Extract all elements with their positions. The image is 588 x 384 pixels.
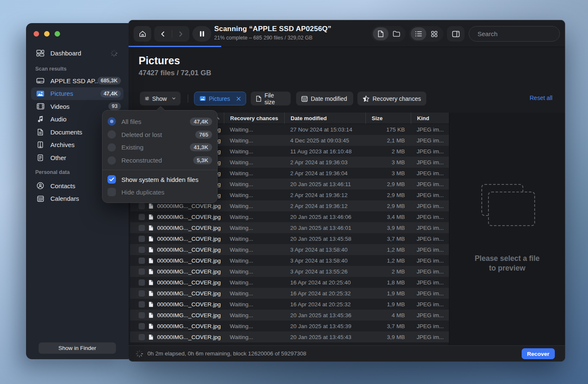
- recovery-chances-filter-button[interactable]: Recovery chances: [357, 92, 426, 105]
- file-icon: [148, 203, 154, 209]
- date-modified-column-header[interactable]: Date modified: [284, 113, 365, 124]
- reset-all-link[interactable]: Reset all: [530, 95, 552, 101]
- recovery-status: Waiting...: [224, 312, 284, 318]
- pictures-filter-chip[interactable]: Pictures: [194, 92, 246, 105]
- show-in-finder-button[interactable]: Show in Finder: [39, 342, 116, 354]
- file-name: 00000IMG..._COVER.jpg: [157, 225, 221, 231]
- file-kind-value: JPEG im...: [411, 236, 449, 242]
- sidebar-item-apple-ssd[interactable]: APPLE SSD AP... 685,3K: [31, 74, 123, 87]
- radio-icon[interactable]: [108, 130, 116, 139]
- list-view-icon: [415, 31, 422, 37]
- row-checkbox[interactable]: [139, 236, 145, 242]
- row-checkbox[interactable]: [139, 323, 145, 329]
- row-checkbox[interactable]: [139, 225, 145, 231]
- file-name: 00000IMG..._COVER.jpg: [157, 268, 221, 275]
- row-checkbox[interactable]: [139, 247, 145, 253]
- file-size-filter-button[interactable]: File size: [251, 92, 291, 105]
- popover-toggle-hide-duplicates[interactable]: Hide duplicates: [102, 186, 217, 198]
- file-size-value: 3 MB: [365, 170, 411, 176]
- row-checkbox[interactable]: [139, 334, 145, 340]
- date-modified-value: 4 Dec 2025 at 09:03:45: [284, 137, 365, 144]
- preview-panel-toggle-button[interactable]: [447, 26, 465, 42]
- file-icon: [148, 301, 154, 308]
- popover-option-all-files[interactable]: All files 47,4K: [102, 115, 217, 128]
- sidebar-item-dashboard[interactable]: Dashboard: [31, 47, 123, 59]
- scan-results-section-header: Scan results: [35, 66, 66, 72]
- date-modified-filter-label: Date modified: [311, 95, 347, 102]
- table-row[interactable]: 00000IMG..._COVER.jpg Waiting... 16 Apr …: [130, 288, 449, 299]
- table-row[interactable]: 00000IMG..._COVER.jpg Waiting... 3 Apr 2…: [130, 255, 449, 266]
- search-field[interactable]: [469, 26, 560, 42]
- table-row[interactable]: 00000IMG..._COVER.jpg Waiting... 20 Jan …: [130, 321, 449, 331]
- row-checkbox[interactable]: [139, 312, 145, 318]
- checkbox-checked-icon[interactable]: [108, 175, 116, 184]
- row-checkbox[interactable]: [139, 279, 145, 286]
- home-button[interactable]: [134, 26, 151, 42]
- table-row[interactable]: 00000IMG..._COVER.jpg Waiting... 20 Jan …: [130, 211, 449, 222]
- checkbox-icon[interactable]: [108, 188, 116, 196]
- spinner-icon: [136, 350, 143, 358]
- film-icon: [36, 103, 45, 110]
- recovery-chances-column-header[interactable]: Recovery chances: [224, 113, 284, 124]
- check-icon: [109, 177, 114, 181]
- date-modified-value: 16 Apr 2024 at 20:25:40: [284, 279, 365, 286]
- pause-button[interactable]: [192, 26, 211, 42]
- filter-bar: Show Pictures File size Date modified Re…: [129, 92, 565, 105]
- show-filter-button[interactable]: Show: [140, 92, 181, 105]
- recover-button[interactable]: Recover: [522, 348, 555, 359]
- file-size-value: 1,2 MB: [365, 258, 411, 264]
- back-button[interactable]: [154, 26, 172, 42]
- kind-column-header[interactable]: Kind: [411, 113, 449, 124]
- search-input[interactable]: [478, 30, 561, 37]
- popover-toggle-show-system-hidden[interactable]: Show system & hidden files: [102, 173, 217, 186]
- row-checkbox[interactable]: [139, 290, 145, 297]
- file-view-button[interactable]: [373, 27, 388, 40]
- row-checkbox[interactable]: [139, 258, 145, 264]
- row-checkbox[interactable]: [139, 301, 145, 308]
- file-kind-value: JPEG im...: [411, 181, 449, 187]
- file-name: 00000IMG..._COVER.jpg: [157, 323, 221, 329]
- table-row[interactable]: 00000IMG..._COVER.jpg Waiting... 20 Jan …: [130, 331, 449, 342]
- radio-icon[interactable]: [108, 156, 116, 165]
- preview-placeholder-icon: [481, 184, 536, 230]
- table-row[interactable]: 00000IMG..._COVER.jpg Waiting... 3 Apr 2…: [130, 266, 449, 277]
- popover-toggle-label: Show system & hidden files: [121, 176, 198, 183]
- row-checkbox[interactable]: [139, 214, 145, 220]
- zoom-window-button[interactable]: [55, 31, 60, 37]
- file-kind-value: JPEG im...: [411, 334, 449, 340]
- radio-selected-icon[interactable]: [108, 117, 116, 126]
- grid-view-button[interactable]: [426, 27, 442, 40]
- file-name: 00000IMG..._COVER.jpg: [157, 236, 221, 242]
- table-row[interactable]: 00000IMG..._COVER.jpg Waiting... 16 Apr …: [130, 299, 449, 310]
- table-row[interactable]: 00000IMG..._COVER.jpg Waiting... 16 Apr …: [130, 277, 449, 288]
- date-modified-value: 3 Apr 2024 at 13:58:40: [284, 258, 365, 264]
- sidebar-item-pictures[interactable]: Pictures 47,4K: [31, 87, 123, 100]
- sidebar-item-label: Videos: [50, 103, 70, 110]
- file-kind-value: JPEG im...: [411, 192, 449, 198]
- folder-view-icon: [393, 31, 400, 37]
- row-checkbox[interactable]: [139, 203, 145, 209]
- size-column-header[interactable]: Size: [365, 113, 411, 124]
- file-kind-value: JPEG im...: [411, 137, 449, 144]
- popover-option-existing[interactable]: Existing 41,3K: [102, 141, 217, 154]
- music-note-icon: [36, 116, 45, 123]
- folder-view-button[interactable]: [388, 27, 404, 40]
- file-size-value: 2,1 MB: [365, 137, 411, 144]
- status-bar: 0h 2m elapsed, 0h 6m remaining, block 12…: [129, 345, 565, 361]
- list-view-button[interactable]: [411, 27, 426, 40]
- table-row[interactable]: 00000IMG..._COVER.jpg Waiting... 20 Jan …: [130, 233, 449, 244]
- row-checkbox[interactable]: [139, 268, 145, 275]
- table-row[interactable]: 00000IMG..._COVER.jpg Waiting... 3 Apr 2…: [130, 244, 449, 255]
- close-window-button[interactable]: [34, 31, 39, 37]
- sidebar-item-label: Calendars: [50, 195, 79, 202]
- popover-option-reconstructed[interactable]: Reconstructed 5,3K: [102, 154, 217, 167]
- table-row[interactable]: 00000IMG..._COVER.jpg Waiting... 20 Jan …: [130, 310, 449, 321]
- radio-icon[interactable]: [108, 143, 116, 152]
- forward-button[interactable]: [172, 26, 189, 42]
- close-icon[interactable]: [236, 96, 241, 101]
- table-row[interactable]: 00000IMG..._COVER.jpg Waiting... 20 Jan …: [130, 222, 449, 233]
- date-modified-filter-button[interactable]: Date modified: [296, 92, 353, 105]
- popover-option-deleted-or-lost[interactable]: Deleted or lost 765: [102, 128, 217, 141]
- recovery-status: Waiting...: [224, 148, 284, 155]
- minimize-window-button[interactable]: [44, 31, 50, 37]
